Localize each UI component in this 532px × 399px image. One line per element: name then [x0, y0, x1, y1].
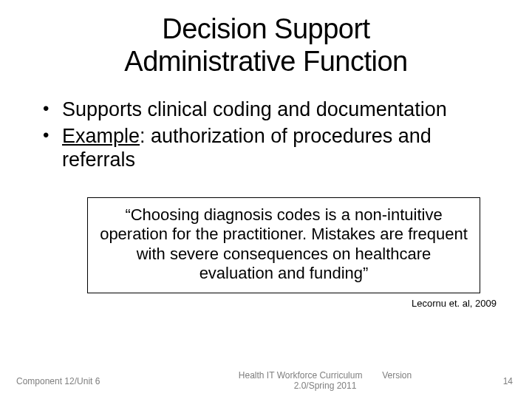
footer-center: Health IT Workforce Curriculum Version 2… [163, 371, 488, 392]
quote-text: “Choosing diagnosis codes is a non-intui… [100, 205, 468, 282]
citation: Lecornu et. al, 2009 [0, 293, 532, 309]
example-label: Example [62, 125, 140, 147]
title-line-2: Administrative Function [124, 46, 407, 77]
footer-version-label: Version [382, 370, 412, 381]
slide: Decision Support Administrative Function… [0, 0, 532, 399]
footer-left: Component 12/Unit 6 [0, 376, 163, 386]
bullet-text: Supports clinical coding and documentati… [62, 98, 447, 120]
footer: Component 12/Unit 6 Health IT Workforce … [0, 371, 532, 392]
footer-center-line1: Health IT Workforce Curriculum [239, 370, 363, 381]
slide-title: Decision Support Administrative Function [0, 0, 532, 78]
bullet-item-2: Example: authorization of procedures and… [38, 125, 494, 172]
bullet-item-1: Supports clinical coding and documentati… [38, 98, 494, 122]
footer-center-line2: 2.0/Spring 2011 [294, 381, 357, 391]
title-line-1: Decision Support [162, 13, 369, 44]
bullet-list: Supports clinical coding and documentati… [0, 98, 532, 172]
quote-box: “Choosing diagnosis codes is a non-intui… [87, 197, 480, 293]
page-number: 14 [488, 376, 532, 386]
